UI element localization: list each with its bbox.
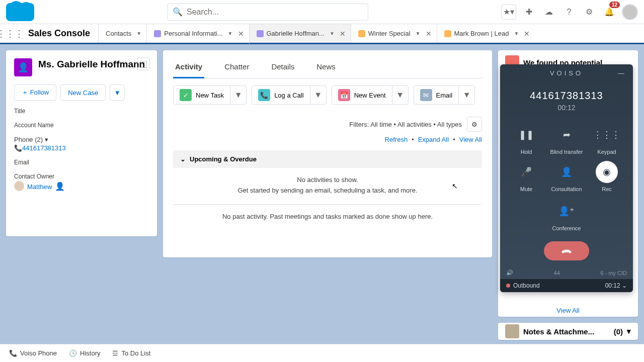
footer-left: 44 [554, 270, 560, 276]
chevron-down-icon: ⌄ [622, 282, 627, 289]
event-icon: 📅 [338, 89, 350, 101]
email-label: Email [14, 159, 149, 166]
hierarchy-button[interactable]: ⬚ [137, 57, 150, 70]
new-task-dropdown[interactable]: ▼ [230, 86, 246, 104]
help-icon[interactable]: ? [561, 5, 577, 20]
transfer-icon: ➦ [555, 124, 578, 146]
utility-bar: 📞Voiso Phone 🕓History ☲To Do List [0, 344, 644, 362]
tab-personal-info[interactable]: Personal Informati... ▼ ✕ [146, 24, 249, 43]
user-avatar[interactable] [622, 4, 638, 20]
email-button[interactable]: ✉Email [414, 86, 459, 104]
view-all-link-right[interactable]: View All [498, 302, 638, 317]
call-status-bar[interactable]: Outbound 00:12 ⌄ [500, 279, 633, 292]
new-event-dropdown[interactable]: ▼ [392, 86, 408, 104]
phone-link[interactable]: 📞441617381313 [14, 144, 149, 152]
search-icon: 🔍 [173, 7, 183, 17]
record-icon: ◉ [596, 161, 618, 183]
conference-button[interactable]: 👤⁺Conference [552, 198, 581, 233]
more-actions-button[interactable]: ▼ [110, 84, 125, 101]
voiso-brand: VOISO [550, 69, 583, 77]
filters-text: Filters: All time • All activities • All… [349, 121, 462, 128]
list-icon: ☲ [112, 349, 118, 357]
favorites-button[interactable]: ★▾ [501, 5, 516, 20]
activity-panel: Activity Chatter Details News ✓New Task … [163, 50, 492, 257]
list-icon [154, 30, 161, 37]
change-owner-icon[interactable]: 👤 [55, 182, 65, 191]
keypad-button[interactable]: ⋮⋮⋮Keypad [587, 122, 627, 157]
view-all-link[interactable]: View All [459, 136, 482, 143]
app-launcher-icon[interactable]: ⋮⋮⋮ [0, 24, 20, 43]
tab-mark-brown[interactable]: Mark Brown | Lead ▼ ✕ [437, 24, 535, 43]
conference-icon: 👤⁺ [555, 200, 578, 222]
owner-label: Contact Owner [14, 173, 149, 180]
mute-button[interactable]: 🎤Mute [506, 159, 546, 194]
voiso-phone-widget: VOISO — 441617381313 00:12 ❚❚Hold ➦Blind… [500, 64, 633, 292]
owner-link[interactable]: Matthew [27, 183, 52, 191]
call-icon: 📞 [258, 89, 270, 101]
tab-contacts[interactable]: Contacts ▼ [98, 24, 146, 43]
record-button[interactable]: ◉Rec [587, 159, 627, 194]
chevron-down-icon[interactable]: ▼ [330, 31, 335, 36]
tab-winter-special[interactable]: Winter Special ▼ ✕ [351, 24, 437, 43]
follow-button[interactable]: ＋ Follow [14, 84, 56, 101]
consultation-button[interactable]: 👤Consultation [546, 159, 587, 194]
tab-activity[interactable]: Activity [173, 58, 204, 78]
log-call-button[interactable]: 📞Log a Call [252, 86, 310, 104]
chevron-down-icon[interactable]: ▼ [514, 31, 519, 36]
clock-icon: 🕓 [69, 349, 77, 357]
upcoming-section-header[interactable]: ⌄ Upcoming & Overdue [173, 150, 482, 168]
mic-icon: 🎤 [515, 161, 537, 183]
minimize-button[interactable]: — [618, 69, 627, 77]
notes-attachments-card[interactable]: Notes & Attachme... (0) ▾ [498, 323, 638, 340]
notes-icon [505, 324, 519, 338]
history-util[interactable]: 🕓History [64, 346, 105, 360]
chevron-down-icon: ▾ [45, 136, 48, 143]
hangup-button[interactable] [544, 241, 589, 260]
empty-line-1: No activities to show. [173, 175, 482, 186]
chevron-down-icon[interactable]: ▼ [136, 31, 141, 36]
past-activity-text: No past activity. Past meetings and task… [173, 204, 482, 220]
title-label: Title [14, 108, 149, 115]
new-task-button[interactable]: ✓New Task [174, 86, 230, 104]
workspace-tabs: ⋮⋮⋮ Sales Console Contacts ▼ Personal In… [0, 24, 644, 44]
cloud-icon[interactable]: ☁ [541, 5, 556, 20]
tab-chatter[interactable]: Chatter [222, 58, 251, 78]
empty-line-2: Get started by sending an email, schedul… [173, 186, 482, 196]
setup-gear-icon[interactable]: ⚙ [582, 5, 597, 20]
chevron-down-icon: ⌄ [180, 155, 186, 163]
close-icon[interactable]: ✕ [426, 30, 432, 38]
new-case-button[interactable]: New Case [60, 84, 106, 101]
hold-button[interactable]: ❚❚Hold [506, 122, 546, 157]
phone-label[interactable]: Phone (2) ▾ [14, 136, 149, 143]
todo-util[interactable]: ☲To Do List [107, 346, 155, 360]
filter-settings-button[interactable]: ⚙ [467, 117, 482, 132]
add-button[interactable]: ✚ [521, 5, 536, 20]
search-placeholder: Search... [187, 8, 219, 17]
blind-transfer-button[interactable]: ➦Blind transfer [546, 122, 587, 157]
speaker-icon[interactable]: 🔊 [506, 269, 513, 276]
tab-gabrielle-hoffmann[interactable]: Gabrielle Hoffman... ▼ ✕ [249, 24, 351, 44]
close-icon[interactable]: ✕ [340, 30, 346, 38]
notifications-button[interactable]: 🔔12 [602, 5, 617, 20]
contact-record-icon: 👤 [14, 58, 32, 76]
email-dropdown[interactable]: ▼ [458, 86, 474, 104]
notification-badge: 12 [609, 2, 620, 8]
salesforce-logo [6, 3, 34, 21]
tab-news[interactable]: News [314, 58, 338, 78]
log-call-dropdown[interactable]: ▼ [310, 86, 326, 104]
tab-details[interactable]: Details [269, 58, 296, 78]
chevron-down-icon[interactable]: ▼ [416, 31, 421, 36]
expand-all-link[interactable]: Expand All [418, 136, 449, 143]
phone-down-icon [560, 248, 573, 254]
voiso-phone-util[interactable]: 📞Voiso Phone [4, 346, 62, 360]
global-search-input[interactable]: 🔍 Search... [167, 4, 368, 21]
new-event-button[interactable]: 📅New Event [332, 86, 392, 104]
close-icon[interactable]: ✕ [524, 30, 530, 38]
contact-highlights-panel: 👤 Ms. Gabrielle Hoffmann ⬚ ＋ Follow New … [6, 50, 157, 236]
outbound-dot-icon [506, 284, 510, 288]
lead-icon [444, 30, 451, 37]
chevron-down-icon[interactable]: ▼ [228, 31, 233, 36]
close-icon[interactable]: ✕ [238, 30, 244, 38]
refresh-link[interactable]: Refresh [385, 136, 408, 143]
chevron-down-icon[interactable]: ▾ [627, 327, 631, 336]
